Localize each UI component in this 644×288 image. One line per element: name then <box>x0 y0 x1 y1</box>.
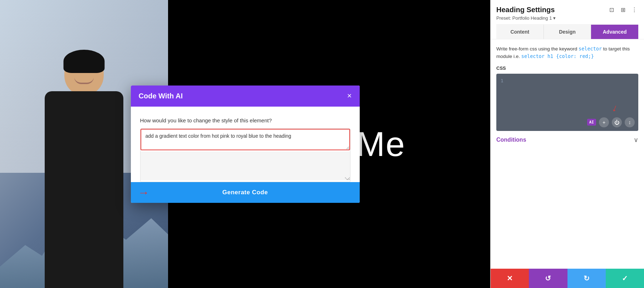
css-keyword-example: selector h1 {color: red;} <box>521 53 594 59</box>
modal-footer[interactable]: → Generate Code <box>131 182 360 203</box>
css-description: Write free-form css using the keyword se… <box>496 45 638 60</box>
conditions-section[interactable]: Conditions ∨ <box>496 131 638 145</box>
tab-design[interactable]: Design <box>544 25 591 39</box>
css-line-number: 1 <box>501 78 503 83</box>
tab-content[interactable]: Content <box>496 25 544 39</box>
redo-icon: ↻ <box>584 274 590 283</box>
resize-handle-icon[interactable]: ⤡ <box>344 176 349 181</box>
textarea-wrapper: add a gradient text color from hot pink … <box>140 128 350 182</box>
preset-label: Preset: Portfolio Heading 1 ▾ <box>496 15 556 21</box>
modal-title: Code With AI <box>139 92 183 100</box>
panel-body: Write free-form css using the keyword se… <box>491 39 644 269</box>
columns-icon[interactable]: ⊞ <box>619 6 627 14</box>
cancel-button[interactable]: ✕ <box>491 269 529 288</box>
generate-code-button[interactable]: Generate Code <box>222 189 268 196</box>
resize-icon[interactable]: ⊡ <box>608 6 615 14</box>
modal-body: How would you like to change the style o… <box>131 107 360 182</box>
css-keyword-selector: selector <box>579 46 602 52</box>
css-section-label: CSS <box>496 65 638 71</box>
css-add-btn[interactable]: + <box>599 117 609 127</box>
generate-arrow-container: → <box>138 186 149 199</box>
undo-icon: ↺ <box>545 274 551 283</box>
css-red-arrow: ↓ <box>611 102 619 114</box>
panel-title-row: Heading Settings ⊡ ⊞ ⋮ <box>496 6 638 14</box>
save-button[interactable]: ✓ <box>606 269 644 288</box>
css-editor[interactable]: 1 ↓ AI + ⏻ ↕ <box>496 74 638 131</box>
panel-header: Heading Settings ⊡ ⊞ ⋮ Preset: Portfolio… <box>491 0 644 39</box>
ai-prompt-input[interactable]: add a gradient text color from hot pink … <box>141 129 350 150</box>
generate-red-arrow: → <box>138 186 149 199</box>
modal-question: How would you like to change the style o… <box>140 117 350 123</box>
css-toolbar: AI + ⏻ ↕ <box>587 117 635 127</box>
panel-icon-group: ⊡ ⊞ ⋮ <box>608 6 638 14</box>
undo-button[interactable]: ↺ <box>529 269 567 288</box>
save-icon: ✓ <box>622 274 628 283</box>
panel-title: Heading Settings <box>496 6 555 14</box>
conditions-chevron-icon: ∨ <box>634 136 638 144</box>
conditions-label: Conditions <box>496 137 526 143</box>
css-sort-btn[interactable]: ↕ <box>625 117 635 127</box>
ai-code-modal: Code With AI × How would you like to cha… <box>131 86 360 203</box>
css-desc-part1: Write free-form css using the keyword <box>496 46 579 52</box>
panel-tabs: Content Design Advanced <box>496 24 638 39</box>
panel-preset[interactable]: Preset: Portfolio Heading 1 ▾ <box>496 15 638 21</box>
redo-button[interactable]: ↻ <box>567 269 606 288</box>
more-options-icon[interactable]: ⋮ <box>630 6 638 14</box>
ai-prompt-extra-input[interactable] <box>141 152 350 180</box>
css-power-btn[interactable]: ⏻ <box>612 117 622 127</box>
modal-header: Code With AI × <box>131 86 360 107</box>
cancel-icon: ✕ <box>507 274 513 283</box>
ai-badge[interactable]: AI <box>587 119 596 126</box>
panel-action-bar: ✕ ↺ ↻ ✓ <box>491 269 644 288</box>
right-panel: Heading Settings ⊡ ⊞ ⋮ Preset: Portfolio… <box>490 0 644 288</box>
tab-advanced[interactable]: Advanced <box>591 25 638 39</box>
modal-overlay: Code With AI × How would you like to cha… <box>0 0 490 288</box>
modal-close-button[interactable]: × <box>347 92 352 100</box>
